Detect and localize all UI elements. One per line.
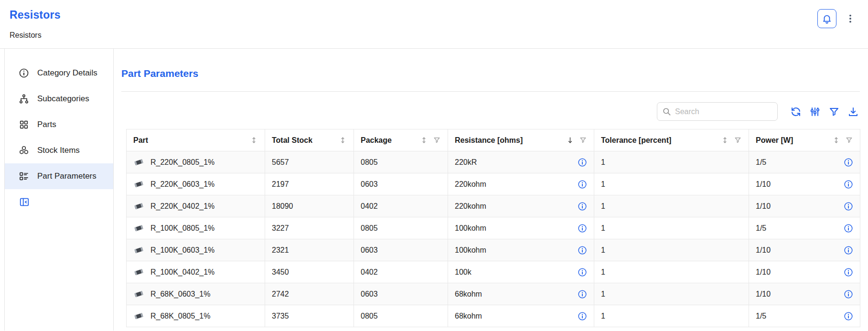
part-name: R_68K_0603_1% [150,290,210,299]
info-icon[interactable] [844,289,853,299]
info-icon[interactable] [578,311,587,321]
search-input[interactable] [675,107,772,116]
part-thumbnail-icon [133,223,144,234]
sidebar: Category Details Subcategories Parts Sto… [5,49,114,331]
column-label: Total Stock [272,136,312,145]
package-value: 0805 [361,312,378,320]
info-icon[interactable] [578,289,587,299]
collapse-sidebar-icon [19,197,30,207]
sidebar-item-part-parameters[interactable]: Part Parameters [5,163,113,189]
power-value: 1/10 [756,268,771,277]
part-name: R_100K_0402_1% [150,268,214,277]
breadcrumb[interactable]: Resistors [10,31,868,40]
resistance-value: 220kR [455,158,477,167]
info-icon[interactable] [578,158,587,167]
package-value: 0805 [361,158,378,166]
collapse-sidebar-button[interactable] [19,197,30,208]
part-thumbnail-icon [133,201,144,212]
column-filter-icon[interactable] [734,136,742,144]
sidebar-item-category-details[interactable]: Category Details [5,60,113,86]
kebab-menu-icon [845,13,856,24]
sort-icon[interactable] [250,136,258,144]
refresh-button[interactable] [789,105,803,118]
resistance-value: 100k [455,268,472,277]
tolerance-value: 1 [601,224,605,232]
column-header-package[interactable]: Package [354,129,448,151]
package-value: 0603 [361,246,378,254]
column-header-part[interactable]: Part [127,129,265,151]
search-box [657,102,778,121]
tolerance-value: 1 [601,202,605,210]
table-row[interactable]: R_68K_0805_1%3735080568kohm11/5 [127,305,860,327]
table-row[interactable]: R_220K_0603_1%21970603220kohm11/10 [127,173,860,195]
table-row[interactable]: R_68K_0603_1%2742060368kohm11/10 [127,283,860,305]
filter-button[interactable] [827,105,841,118]
sort-icon[interactable] [339,136,347,144]
resistance-value: 68kohm [455,290,482,299]
total-stock-value: 3450 [272,268,289,276]
column-header-power-w[interactable]: Power [W] [749,129,860,151]
sidebar-item-parts[interactable]: Parts [5,112,113,138]
part-thumbnail-icon [133,288,144,299]
column-header-resistance-ohms[interactable]: Resistance [ohms] [448,129,594,151]
column-header-total-stock[interactable]: Total Stock [265,129,354,151]
resistance-value: 68kohm [455,312,482,320]
package-value: 0603 [361,180,378,188]
download-icon [847,106,859,117]
info-icon[interactable] [844,267,853,277]
power-value: 1/5 [756,158,766,167]
info-icon[interactable] [578,224,587,233]
column-filter-icon[interactable] [845,136,853,144]
column-header-tolerance-percent[interactable]: Tolerance [percent] [594,129,749,151]
column-label: Package [361,136,392,145]
info-icon[interactable] [844,202,853,211]
info-icon[interactable] [844,158,853,167]
sort-icon[interactable] [420,136,428,144]
package-value: 0402 [361,268,378,276]
grid-icon [19,119,29,130]
table-toolbar [121,102,860,121]
info-icon[interactable] [844,246,853,255]
part-thumbnail-icon [133,310,144,321]
info-icon[interactable] [844,311,853,321]
sidebar-item-subcategories[interactable]: Subcategories [5,86,113,112]
power-value: 1/10 [756,246,771,255]
table-row[interactable]: R_100K_0805_1%32270805100kohm11/5 [127,217,860,239]
download-button[interactable] [847,105,860,118]
part-thumbnail-icon [133,267,144,278]
part-name: R_220K_0402_1% [150,202,214,211]
page-header: Resistors Resistors [0,0,868,49]
sidebar-item-stock-items[interactable]: Stock Items [5,138,113,163]
notifications-button[interactable] [817,9,836,28]
sidebar-item-label: Category Details [37,68,97,78]
info-icon[interactable] [578,180,587,189]
column-settings-icon [809,106,821,117]
info-icon[interactable] [578,202,587,211]
column-filter-icon[interactable] [433,136,441,144]
resistance-value: 220kohm [455,202,486,211]
total-stock-value: 2321 [272,246,289,254]
sort-icon[interactable] [832,136,840,144]
overflow-menu-button[interactable] [844,9,857,28]
table-row[interactable]: R_100K_0603_1%23210603100kohm11/10 [127,239,860,261]
column-filter-icon[interactable] [579,136,587,144]
sort-icon[interactable] [721,136,729,144]
main-panel: Part Parameters [114,49,868,331]
table-body: R_220K_0805_1%56570805220kR11/5R_220K_06… [127,151,860,327]
total-stock-value: 3227 [272,224,289,232]
table-row[interactable]: R_220K_0805_1%56570805220kR11/5 [127,151,860,173]
resistance-value: 220kohm [455,180,486,189]
table-row[interactable]: R_220K_0402_1%180900402220kohm11/10 [127,195,860,217]
sort-desc-icon[interactable] [566,136,574,144]
info-icon[interactable] [578,267,587,277]
part-thumbnail-icon [133,245,144,256]
info-icon[interactable] [578,246,587,255]
tolerance-value: 1 [601,158,605,166]
info-icon[interactable] [844,180,853,189]
info-icon[interactable] [844,224,853,233]
column-label: Tolerance [percent] [601,136,671,145]
page-title: Resistors [10,9,868,21]
table-row[interactable]: R_100K_0402_1%34500402100k11/10 [127,261,860,283]
package-value: 0805 [361,224,378,232]
column-settings-button[interactable] [808,105,822,118]
